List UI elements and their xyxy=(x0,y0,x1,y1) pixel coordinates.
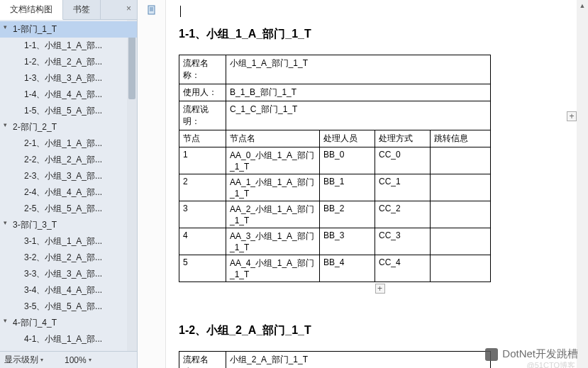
add-col-icon[interactable]: + xyxy=(567,111,577,121)
section-heading: 1-2、小组_2_A_部门_1_T xyxy=(179,323,581,338)
table-row: 1AA_0_小组_1_A_部门_1_TBB_0CC_0 xyxy=(179,147,491,174)
tree-child-item[interactable]: 2-1、小组_1_A_部... xyxy=(0,135,137,152)
text-cursor xyxy=(180,6,181,17)
tree-child-item[interactable]: 2-2、小组_2_A_部... xyxy=(0,152,137,168)
svg-rect-0 xyxy=(148,6,155,14)
table-row: 5AA_4_小组_1_A_部门_1_TBB_4CC_4 xyxy=(179,255,491,282)
table-row: 流程说明：C_1_C_部门_1_T xyxy=(179,101,491,130)
tree-child-item[interactable]: 2-3、小组_3_A_部... xyxy=(0,168,137,184)
table-row: 流程名称：小组_1_A_部门_1_T xyxy=(179,55,491,84)
document-area: 1-1、小组_1_A_部门_1_T ⊕ 流程名称：小组_1_A_部门_1_T 使… xyxy=(138,0,588,368)
table-row: 3AA_2_小组_1_A_部门_1_TBB_2CC_2 xyxy=(179,201,491,228)
vertical-scrollbar[interactable]: ▲ xyxy=(577,0,588,368)
sidebar-tabs: 文档结构图 书签 × xyxy=(0,0,137,20)
process-table-2: 流程名称：小组_2_A_部门_1_T 使用人：B_2_B_部门_1_T xyxy=(179,351,491,368)
add-row-icon[interactable]: + xyxy=(375,284,385,294)
tree-child-item[interactable]: 2-4、小组_4_A_部... xyxy=(0,184,137,201)
tab-structure[interactable]: 文档结构图 xyxy=(0,0,63,20)
document-page[interactable]: 1-1、小组_1_A_部门_1_T ⊕ 流程名称：小组_1_A_部门_1_T 使… xyxy=(176,0,588,368)
table-row: 4AA_3_小组_1_A_部门_1_TBB_3CC_3 xyxy=(179,228,491,255)
outline-tree[interactable]: 1-部门_1_T1-1、小组_1_A_部...1-2、小组_2_A_部...1-… xyxy=(0,20,137,351)
tree-child-item[interactable]: 1-4、小组_4_A_部... xyxy=(0,87,137,103)
outline-level-select[interactable]: 显示级别 xyxy=(4,354,43,366)
tree-child-item[interactable]: 3-5、小组_5_A_部... xyxy=(0,299,137,315)
table-row: 流程名称：小组_2_A_部门_1_T xyxy=(179,352,491,369)
page-icon[interactable] xyxy=(146,4,157,16)
process-table-1: 流程名称：小组_1_A_部门_1_T 使用人：B_1_B_部门_1_T 流程说明… xyxy=(179,55,491,282)
scroll-up-icon[interactable]: ▲ xyxy=(577,0,588,11)
tree-child-item[interactable]: 1-3、小组_3_A_部... xyxy=(0,70,137,87)
sidebar-bottombar: 显示级别 100% xyxy=(0,351,137,368)
tree-parent-item[interactable]: 4-部门_4_T xyxy=(0,315,137,331)
tree-child-item[interactable]: 1-1、小组_1_A_部... xyxy=(0,38,137,54)
tree-child-item[interactable]: 3-4、小组_4_A_部... xyxy=(0,282,137,299)
zoom-select[interactable]: 100% xyxy=(65,355,91,365)
tree-child-item[interactable]: 3-2、小组_2_A_部... xyxy=(0,250,137,266)
tree-child-item[interactable]: 2-5、小组_5_A_部... xyxy=(0,201,137,217)
left-gutter xyxy=(138,0,166,368)
tree-child-item[interactable]: 3-1、小组_1_A_部... xyxy=(0,233,137,250)
meta-val: 小组_1_A_部门_1_T xyxy=(226,55,491,84)
table-header-row: 节点 节点名 处理人员 处理方式 跳转信息 xyxy=(179,130,491,147)
navigation-sidebar: 文档结构图 书签 × 1-部门_1_T1-1、小组_1_A_部...1-2、小组… xyxy=(0,0,138,368)
table-row: 2AA_1_小组_1_A_部门_1_TBB_1CC_1 xyxy=(179,174,491,201)
section-heading: 1-1、小组_1_A_部门_1_T xyxy=(179,27,581,42)
close-panel-icon[interactable]: × xyxy=(121,0,137,19)
table-row: 使用人：B_1_B_部门_1_T xyxy=(179,84,491,101)
tree-child-item[interactable]: 1-2、小组_2_A_部... xyxy=(0,54,137,70)
tree-child-item[interactable]: 4-2、小组_2_A_部... xyxy=(0,347,137,351)
tree-child-item[interactable]: 4-1、小组_1_A_部... xyxy=(0,331,137,347)
tree-scrollbar[interactable] xyxy=(127,20,137,351)
meta-key: 流程名称： xyxy=(179,55,226,84)
tab-bookmarks[interactable]: 书签 xyxy=(63,0,101,19)
tree-child-item[interactable]: 3-3、小组_3_A_部... xyxy=(0,266,137,282)
tree-child-item[interactable]: 1-5、小组_5_A_部... xyxy=(0,103,137,119)
tree-parent-item[interactable]: 3-部门_3_T xyxy=(0,217,137,233)
tree-parent-item[interactable]: 2-部门_2_T xyxy=(0,119,137,135)
tree-parent-item[interactable]: 1-部门_1_T xyxy=(0,21,137,38)
